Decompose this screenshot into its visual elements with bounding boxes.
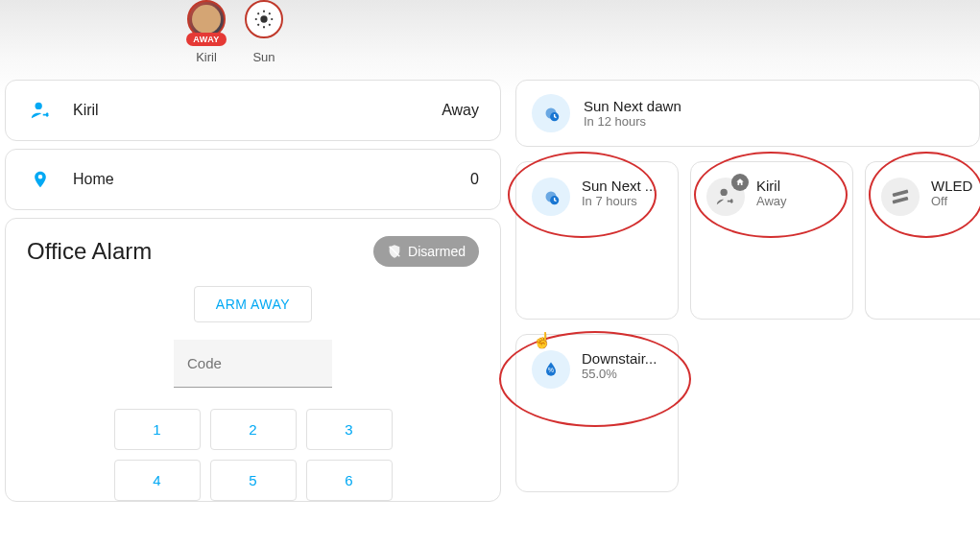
alarm-card: Office Alarm Disarmed ARM AWAY 1 2 3 4 5… xyxy=(5,218,501,502)
alarm-keypad: 1 2 3 4 5 6 xyxy=(27,409,479,501)
svg-point-15 xyxy=(721,189,728,196)
user-badge[interactable]: AWAY Kiril xyxy=(187,0,226,64)
led-strip-icon xyxy=(881,178,920,216)
person-arrow-icon xyxy=(27,100,54,121)
svg-line-7 xyxy=(258,24,259,25)
sun-icon xyxy=(245,0,283,38)
svg-line-8 xyxy=(269,13,270,14)
away-status-pill: AWAY xyxy=(186,33,227,46)
keypad-4[interactable]: 4 xyxy=(114,460,201,501)
person-arrow-icon xyxy=(706,178,745,216)
avatar: AWAY xyxy=(187,0,226,38)
sun-badge-label: Sun xyxy=(252,50,275,64)
tile-sun-next[interactable]: Sun Next ... In 7 hours xyxy=(515,161,679,320)
shield-off-icon xyxy=(387,244,402,259)
svg-point-9 xyxy=(36,103,42,109)
keypad-1[interactable]: 1 xyxy=(114,409,201,450)
person-name: Kiril xyxy=(73,102,422,119)
alarm-status-text: Disarmed xyxy=(408,244,466,259)
location-pin-icon xyxy=(27,169,54,190)
home-label: Home xyxy=(73,171,451,188)
tile-kiril[interactable]: Kiril Away xyxy=(690,161,853,320)
keypad-5[interactable]: 5 xyxy=(210,460,297,501)
home-badge-icon xyxy=(731,174,749,191)
tile-humidity[interactable]: % Downstair... 55.0% xyxy=(515,334,679,492)
sun-clock-icon xyxy=(532,94,570,132)
humidity-sub: 55.0% xyxy=(582,367,657,381)
home-value: 0 xyxy=(470,171,479,188)
alarm-status-pill[interactable]: Disarmed xyxy=(373,236,479,267)
svg-point-0 xyxy=(260,15,267,22)
alarm-code-input[interactable] xyxy=(174,340,332,388)
person-state: Away xyxy=(442,102,479,119)
svg-rect-16 xyxy=(893,189,909,197)
dawn-title: Sun Next dawn xyxy=(584,98,681,114)
humidity-title: Downstair... xyxy=(582,350,657,367)
tile-title: Sun Next ... xyxy=(582,178,657,194)
keypad-3[interactable]: 3 xyxy=(306,409,393,450)
svg-rect-17 xyxy=(893,197,909,204)
user-badge-label: Kiril xyxy=(196,50,217,64)
tile-sub: Off xyxy=(931,194,972,208)
humidity-icon: % xyxy=(532,350,570,389)
tile-title: Kiril xyxy=(756,178,787,194)
sun-badge[interactable]: Sun xyxy=(245,0,283,64)
dawn-sub: In 12 hours xyxy=(584,114,681,129)
keypad-2[interactable]: 2 xyxy=(210,409,297,450)
keypad-6[interactable]: 6 xyxy=(306,460,393,501)
tile-sub: In 7 hours xyxy=(582,194,657,208)
svg-line-3 xyxy=(258,13,259,14)
person-row-card[interactable]: Kiril Away xyxy=(5,80,501,141)
arm-away-button[interactable]: ARM AWAY xyxy=(194,286,312,322)
tile-sub: Away xyxy=(756,194,787,208)
alarm-title: Office Alarm xyxy=(27,238,152,265)
home-row-card[interactable]: Home 0 xyxy=(5,149,501,210)
tile-wled[interactable]: WLED Off xyxy=(865,161,980,320)
svg-line-4 xyxy=(269,24,270,25)
svg-text:%: % xyxy=(548,367,554,373)
tile-title: WLED xyxy=(931,178,972,194)
sun-clock-icon xyxy=(532,178,570,216)
sun-dawn-card[interactable]: Sun Next dawn In 12 hours xyxy=(515,80,980,147)
